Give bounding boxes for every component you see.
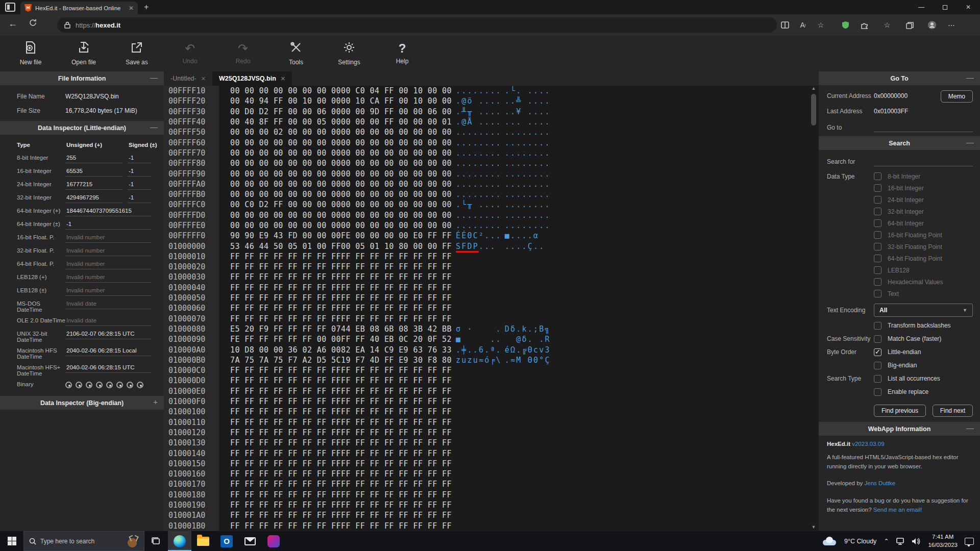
checkbox[interactable] bbox=[874, 219, 881, 227]
split-screen-icon[interactable] bbox=[779, 19, 791, 31]
hex-grid[interactable]: 00FFFF1000 00 00 00 00 00 00 0000 C0 04 … bbox=[164, 86, 819, 531]
hex-bytes-left[interactable]: FF FF FF FF FF FF FF FF bbox=[230, 418, 334, 427]
hex-bytes-left[interactable]: FF FF FF FF FF FF FF FF bbox=[230, 438, 334, 447]
hex-row[interactable]: 010000C0FF FF FF FF FF FF FF FFFF FF FF … bbox=[164, 365, 819, 375]
hex-bytes-right[interactable]: FF FF FF FF FF FF FF FF bbox=[341, 521, 445, 531]
ascii-right[interactable]: ........ bbox=[505, 128, 551, 137]
hex-row[interactable]: 00FFFFD000 00 00 00 00 00 00 0000 00 00 … bbox=[164, 210, 819, 220]
hex-bytes-right[interactable]: 00 00 00 00 00 00 00 00 bbox=[341, 211, 445, 220]
ascii-right[interactable]: éΩ.╔Θcv3 bbox=[505, 345, 551, 355]
hex-bytes-left[interactable]: E5 20 F9 FF FF FF FF 07 bbox=[230, 324, 334, 334]
ascii-right[interactable]: ........ bbox=[505, 159, 551, 168]
hex-row[interactable]: 01000140FF FF FF FF FF FF FF FFFF FF FF … bbox=[164, 448, 819, 458]
new-tab-button[interactable]: + bbox=[144, 3, 149, 12]
hex-bytes-right[interactable]: 00 00 00 00 00 00 00 00 bbox=[341, 159, 445, 168]
hex-bytes-right[interactable]: 00 00 00 00 00 00 00 00 bbox=[341, 169, 445, 179]
hex-row[interactable]: 010001B0FF FF FF FF FF FF FF FFFF FF FF … bbox=[164, 520, 819, 531]
ascii-left[interactable] bbox=[456, 262, 502, 271]
ascii-right[interactable]: ........ bbox=[505, 148, 551, 158]
text-encoding-select[interactable]: All ▼ bbox=[874, 304, 973, 317]
ascii-left[interactable]: .╪..6.ª. bbox=[456, 345, 502, 355]
hex-bytes-left[interactable]: 10 D8 00 00 36 02 A6 00 bbox=[230, 345, 334, 355]
ascii-right[interactable] bbox=[505, 293, 551, 303]
hex-bytes-right[interactable]: 82 EA 14 C9 E9 63 76 33 bbox=[341, 345, 445, 355]
hex-bytes-left[interactable]: FF FF FF FF FF FF FF FF bbox=[230, 521, 334, 531]
hex-row[interactable]: 00FFFF6000 00 00 00 00 00 00 0000 00 00 … bbox=[164, 137, 819, 147]
hex-bytes-right[interactable]: 00 10 CA FF 00 10 00 00 bbox=[341, 96, 445, 106]
hex-row[interactable]: 010001A0FF FF FF FF FF FF FF FFFF FF FF … bbox=[164, 510, 819, 520]
ascii-left[interactable] bbox=[456, 304, 502, 313]
hex-row[interactable]: 00FFFF9000 00 00 00 00 00 00 0000 00 00 … bbox=[164, 168, 819, 179]
hex-bytes-left[interactable]: FF FF FF FF FF FF FF FF bbox=[230, 480, 334, 489]
hex-bytes-left[interactable]: FF FF FF FF FF FF FF FF bbox=[230, 366, 334, 375]
hex-bytes-left[interactable]: FF FF FF FF FF FF FF FF bbox=[230, 490, 334, 499]
hex-bytes-left[interactable]: 53 46 44 50 05 01 00 FF bbox=[230, 242, 334, 251]
ascii-left[interactable] bbox=[456, 459, 502, 468]
ascii-left[interactable] bbox=[456, 283, 502, 292]
hex-bytes-left[interactable]: 00 40 94 FF 00 10 00 00 bbox=[230, 96, 334, 106]
hex-row[interactable]: 01000120FF FF FF FF FF FF FF FFFF FF FF … bbox=[164, 428, 819, 438]
hex-bytes-right[interactable]: 00 00 00 00 00 00 00 00 bbox=[341, 190, 445, 199]
ascii-left[interactable]: zuzu≈ó╒\ bbox=[456, 356, 502, 365]
hex-row[interactable]: 01000160FF FF FF FF FF FF FF FFFF FF FF … bbox=[164, 469, 819, 479]
binary-bit[interactable] bbox=[116, 382, 123, 388]
hex-row[interactable]: 00FFFF5000 00 00 02 00 00 00 0000 00 00 … bbox=[164, 127, 819, 137]
hex-row[interactable]: 01000050FF FF FF FF FF FF FF FFFF FF FF … bbox=[164, 293, 819, 303]
hex-bytes-right[interactable]: 00 00 00 00 00 00 00 00 bbox=[341, 200, 445, 209]
hex-row[interactable]: 00FFFFB000 00 00 00 00 00 00 0000 00 00 … bbox=[164, 189, 819, 199]
ascii-left[interactable]: ........ bbox=[456, 169, 502, 179]
hex-bytes-right[interactable]: FF FF FF FF FF FF FF FF bbox=[341, 262, 445, 271]
hex-bytes-left[interactable]: 00 00 00 00 00 00 00 00 bbox=[230, 211, 334, 220]
binary-bit[interactable] bbox=[86, 382, 92, 388]
start-button[interactable] bbox=[0, 531, 23, 551]
tab-close-icon[interactable]: ✕ bbox=[281, 76, 285, 82]
ascii-right[interactable] bbox=[505, 490, 551, 499]
goto-input[interactable] bbox=[874, 123, 973, 132]
hex-row[interactable]: 00FFFF7000 00 00 00 00 00 00 0000 00 00 … bbox=[164, 148, 819, 158]
hex-bytes-right[interactable]: 19 F7 4D FF E9 30 F8 80 bbox=[341, 356, 445, 365]
ascii-right[interactable] bbox=[505, 304, 551, 313]
hex-bytes-left[interactable]: FF FF FF FF FF FF FF FF bbox=[230, 252, 334, 261]
ascii-left[interactable] bbox=[456, 438, 502, 447]
ascii-left[interactable] bbox=[456, 293, 502, 303]
checkbox[interactable] bbox=[874, 290, 881, 297]
ascii-left[interactable] bbox=[456, 521, 502, 531]
ascii-left[interactable] bbox=[456, 500, 502, 510]
hex-bytes-right[interactable]: FF FF FF FF FF FF FF FF bbox=[341, 480, 445, 489]
scroll-down-icon[interactable]: ▼ bbox=[810, 524, 817, 530]
hex-row[interactable]: 00FFFF8000 00 00 00 00 00 00 0000 00 00 … bbox=[164, 158, 819, 168]
mail-icon[interactable] bbox=[238, 531, 262, 551]
ascii-right[interactable] bbox=[505, 480, 551, 489]
hex-row[interactable]: 00FFFFA000 00 00 00 00 00 00 0000 00 00 … bbox=[164, 179, 819, 189]
binary-bit-toggles[interactable] bbox=[65, 380, 143, 388]
ascii-left[interactable] bbox=[456, 490, 502, 499]
new-file-button[interactable]: New file bbox=[4, 36, 57, 71]
binary-bit[interactable] bbox=[65, 382, 72, 388]
hex-row[interactable]: 010000A010 D8 00 00 36 02 A6 0082 EA 14 … bbox=[164, 344, 819, 355]
value-field[interactable]: 2106-02-07 06:28:15 UTC bbox=[65, 330, 151, 339]
hex-bytes-right[interactable]: FF FF FF FF FF FF FF FF bbox=[341, 387, 445, 396]
ascii-right[interactable] bbox=[505, 252, 551, 261]
hex-bytes-right[interactable]: 00 00 00 00 00 00 00 00 bbox=[341, 148, 445, 158]
address-bar[interactable]: https://hexed.it bbox=[57, 17, 777, 33]
hex-bytes-left[interactable]: 00 00 00 00 00 00 00 00 bbox=[230, 86, 334, 95]
hex-row[interactable]: 00FFFFE000 00 00 00 00 00 00 0000 00 00 … bbox=[164, 220, 819, 231]
hex-bytes-left[interactable]: FF FF FF FF FF FF FF FF bbox=[230, 272, 334, 282]
ascii-left[interactable] bbox=[456, 469, 502, 479]
hex-bytes-left[interactable]: FF FF FF FF FF FF FF FF bbox=[230, 314, 334, 323]
hex-bytes-left[interactable]: FF FF FF FF FF FF FF FF bbox=[230, 293, 334, 303]
value-field[interactable]: Invalid number bbox=[65, 233, 151, 243]
hex-bytes-left[interactable]: 90 90 E9 43 FD 00 00 00 bbox=[230, 231, 334, 240]
save-as-button[interactable]: Save as bbox=[110, 36, 163, 71]
hex-bytes-left[interactable]: 00 00 00 00 00 00 00 00 bbox=[230, 169, 334, 179]
hex-bytes-left[interactable]: FF FF FF FF FF FF FF FF bbox=[230, 397, 334, 406]
favorites-bar-icon[interactable]: ☆ bbox=[881, 19, 893, 31]
ascii-right[interactable]: @δ. .R bbox=[505, 335, 551, 344]
ascii-right[interactable]: ..¥ .... bbox=[505, 107, 551, 116]
ascii-right[interactable]: ....Ç.. bbox=[505, 242, 551, 251]
ascii-left[interactable]: ........ bbox=[456, 148, 502, 158]
ascii-left[interactable]: ........ bbox=[456, 128, 502, 137]
binary-bit[interactable] bbox=[127, 382, 133, 388]
ascii-left[interactable]: .╨╥ .... bbox=[456, 107, 502, 116]
hex-row[interactable]: 00FFFF1000 00 00 00 00 00 00 0000 C0 04 … bbox=[164, 86, 819, 96]
